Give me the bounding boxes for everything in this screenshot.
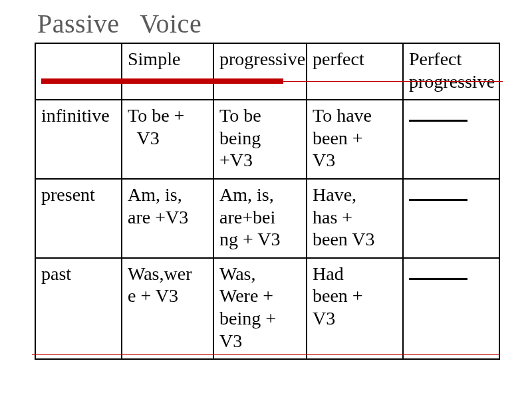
cell-present-progressive: Am, is, are+bei ng + V3	[213, 179, 307, 258]
table-row: present Am, is, are +V3 Am, is, are+bei …	[35, 179, 499, 258]
cell-infinitive-simple: To be + V3	[122, 100, 213, 179]
cell-present-perfprog	[403, 179, 499, 258]
rowlabel-present: present	[35, 179, 122, 258]
cell-infinitive-perfect: To have been + V3	[307, 100, 403, 179]
cell-past-perfect: Had been + V3	[307, 258, 403, 359]
table-header-row: Simple progressive perfect Perfect progr…	[35, 43, 499, 100]
header-progressive: progressive	[213, 43, 307, 100]
header-perfect-progressive: Perfect progressive	[403, 43, 499, 100]
cell-past-perfprog	[403, 258, 499, 359]
header-simple: Simple	[122, 43, 213, 100]
cell-past-simple: Was,wer e + V3	[122, 258, 213, 359]
blank-dash	[409, 278, 467, 280]
blank-dash	[409, 199, 467, 201]
cell-past-progressive: Was, Were + being + V3	[213, 258, 307, 359]
grammar-table: Simple progressive perfect Perfect progr…	[35, 43, 500, 360]
header-perfprog-line1: Perfect	[409, 49, 462, 69]
rowlabel-infinitive: infinitive	[35, 100, 122, 179]
cell-infinitive-progressive: To be being +V3	[213, 100, 307, 179]
cell-infinitive-perfprog	[403, 100, 499, 179]
table-row: past Was,wer e + V3 Was, Were + being + …	[35, 258, 499, 359]
red-bar	[41, 78, 283, 84]
red-line	[283, 81, 503, 82]
blank-dash	[409, 120, 467, 122]
rowlabel-past: past	[35, 258, 122, 359]
page-title: Passive Voice	[0, 0, 532, 45]
red-line	[32, 354, 500, 355]
header-empty	[35, 43, 122, 100]
cell-present-simple: Am, is, are +V3	[122, 179, 213, 258]
header-perfect: perfect	[307, 43, 403, 100]
cell-present-perfect: Have, has + been V3	[307, 179, 403, 258]
table-row: infinitive To be + V3 To be being +V3 To…	[35, 100, 499, 179]
